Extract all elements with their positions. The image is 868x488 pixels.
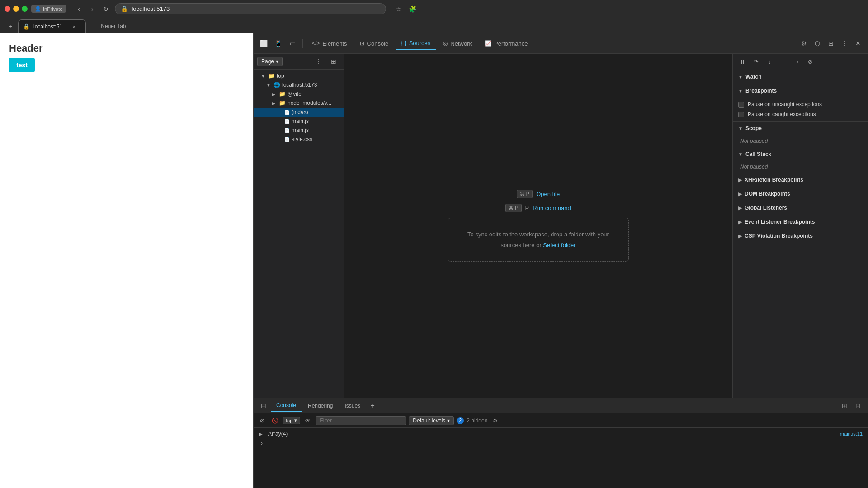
file-icon-main-js-1: 📄 bbox=[284, 119, 290, 124]
top-context-chevron: ▾ bbox=[294, 418, 297, 423]
console-file-ref[interactable]: main.js:11 bbox=[840, 431, 863, 436]
tab-close-button[interactable]: × bbox=[71, 23, 78, 30]
scope-section-header[interactable]: ▼ Scope bbox=[733, 122, 868, 135]
inprivate-badge: 👤 InPrivate bbox=[31, 5, 66, 13]
step-into-button[interactable]: ↓ bbox=[764, 56, 775, 68]
xhr-section-header[interactable]: ▶ XHR/fetch Breakpoints bbox=[733, 173, 868, 187]
console-tab-rendering[interactable]: Rendering bbox=[302, 399, 338, 412]
pause-button[interactable]: ⏸ bbox=[736, 56, 748, 68]
close-traffic-light[interactable] bbox=[5, 6, 10, 12]
test-button[interactable]: test bbox=[9, 58, 35, 72]
menu-button[interactable]: ⋯ bbox=[420, 4, 431, 14]
file-tree-vite[interactable]: 📁 @vite bbox=[254, 89, 344, 99]
file-icon-style-css: 📄 bbox=[284, 137, 290, 142]
close-devtools-button[interactable]: ✕ bbox=[852, 37, 864, 50]
tab-performance[interactable]: 📈 Performance bbox=[479, 37, 533, 50]
refresh-button[interactable]: ↻ bbox=[100, 4, 111, 14]
browser-actions: ☆ 🧩 ⋯ bbox=[393, 4, 431, 14]
console-icon: ⊡ bbox=[360, 40, 364, 47]
maximize-traffic-light[interactable] bbox=[22, 6, 28, 12]
inspect-element-button[interactable]: ⬜ bbox=[257, 37, 270, 50]
forward-button[interactable]: › bbox=[87, 4, 98, 14]
default-levels-button[interactable]: Default levels ▾ bbox=[409, 416, 454, 425]
csp-section-header[interactable]: ▶ CSP Violation Breakpoints bbox=[733, 229, 868, 243]
console-close-drawer-button[interactable]: ⊟ bbox=[257, 399, 270, 412]
call-stack-section-header[interactable]: ▼ Call Stack bbox=[733, 147, 868, 161]
sources-left-panel: Page ▾ ⋮ ⊞ 📁 top bbox=[254, 54, 344, 398]
expand-array-button[interactable]: ▶ bbox=[259, 432, 264, 436]
chevron-top bbox=[261, 74, 266, 79]
settings-button[interactable]: ⚙ bbox=[797, 37, 810, 50]
select-folder-link[interactable]: Select folder bbox=[543, 242, 576, 249]
open-file-link[interactable]: Open file bbox=[536, 191, 560, 197]
event-listener-section-header[interactable]: ▶ Event Listener Breakpoints bbox=[733, 215, 868, 229]
run-command-link[interactable]: Run command bbox=[533, 205, 571, 211]
console-content: ▶ Array(4) main.js:11 › bbox=[254, 428, 868, 488]
file-tree-localhost[interactable]: 🌐 localhost:5173 bbox=[254, 80, 344, 89]
new-tab-button[interactable]: + bbox=[5, 20, 17, 33]
device-emulation-button[interactable]: 📱 bbox=[272, 37, 284, 50]
more-options-button[interactable]: ⋮ bbox=[312, 55, 325, 68]
console-filter-input[interactable] bbox=[316, 416, 406, 425]
breakpoints-section-header[interactable]: ▼ Breakpoints bbox=[733, 84, 868, 98]
lock-icon: 🔒 bbox=[121, 5, 128, 12]
tab-elements[interactable]: </> Elements bbox=[307, 37, 353, 50]
console-panel: ⊟ Console Rendering Issues + ⊞ ⊟ ⊘ 🚫 bbox=[254, 398, 868, 488]
dock-button[interactable]: ▭ bbox=[286, 37, 299, 50]
console-tab-issues[interactable]: Issues bbox=[339, 399, 366, 412]
device-toggle-button[interactable]: ⬡ bbox=[811, 37, 824, 50]
pause-uncaught-checkbox[interactable] bbox=[738, 102, 744, 108]
console-filter-toggle[interactable]: 🚫 bbox=[270, 416, 280, 426]
dock-bottom-button[interactable]: ⊟ bbox=[825, 37, 837, 50]
tab-sources[interactable]: { } Sources bbox=[396, 37, 436, 50]
more-tools-button[interactable]: ⋮ bbox=[838, 37, 851, 50]
console-settings-button[interactable]: ⚙ bbox=[490, 416, 500, 426]
scope-not-paused: Not paused bbox=[733, 135, 868, 147]
dom-section-header[interactable]: ▶ DOM Breakpoints bbox=[733, 187, 868, 201]
performance-icon: 📈 bbox=[485, 40, 491, 47]
dom-chevron: ▶ bbox=[738, 192, 742, 197]
tab-console[interactable]: ⊡ Console bbox=[354, 37, 394, 50]
back-button[interactable]: ‹ bbox=[73, 4, 84, 14]
deactivate-breakpoints-button[interactable]: ⊘ bbox=[804, 56, 816, 68]
address-bar[interactable]: 🔒 localhost:5173 bbox=[115, 3, 386, 14]
pause-caught-option[interactable]: Pause on caught exceptions bbox=[736, 109, 864, 119]
console-prompt: › bbox=[261, 440, 263, 446]
file-tree-main-js-2[interactable]: 📄 main.js bbox=[254, 126, 344, 135]
step-over-button[interactable]: ↷ bbox=[750, 56, 762, 68]
debugger-toolbar: ⏸ ↷ ↓ ↑ → ⊘ bbox=[733, 54, 868, 70]
file-tree-index[interactable]: 📄 (index) bbox=[254, 108, 344, 117]
new-tab-item[interactable]: + + Neuer Tab bbox=[87, 19, 130, 33]
console-eye-button[interactable]: 👁 bbox=[303, 416, 313, 426]
open-file-hint: ⌘ P Open file bbox=[517, 190, 560, 198]
nav-controls: ‹ › ↻ bbox=[73, 4, 111, 14]
file-tree-main-js-1[interactable]: 📄 main.js bbox=[254, 117, 344, 126]
global-listeners-section-header[interactable]: ▶ Global Listeners bbox=[733, 201, 868, 215]
extensions-icon[interactable]: 🧩 bbox=[407, 4, 418, 14]
favorites-icon[interactable]: ☆ bbox=[393, 4, 404, 14]
console-add-tab-button[interactable]: + bbox=[367, 400, 378, 412]
pause-caught-checkbox[interactable] bbox=[738, 112, 744, 117]
minimize-traffic-light[interactable] bbox=[13, 6, 19, 12]
split-editor-button[interactable]: ⊞ bbox=[327, 55, 340, 68]
browser-chrome: 👤 InPrivate ‹ › ↻ 🔒 localhost:5173 ☆ 🧩 ⋯ bbox=[0, 0, 868, 18]
pause-uncaught-option[interactable]: Pause on uncaught exceptions bbox=[736, 99, 864, 109]
file-tree-style-css[interactable]: 📄 style.css bbox=[254, 135, 344, 144]
console-row-array[interactable]: ▶ Array(4) main.js:11 bbox=[257, 430, 864, 438]
console-dock-button[interactable]: ⊞ bbox=[838, 399, 851, 412]
scope-chevron: ▼ bbox=[738, 126, 743, 131]
step-out-button[interactable]: ↑ bbox=[777, 56, 789, 68]
tab-network[interactable]: ◎ Network bbox=[438, 37, 477, 50]
page-selector[interactable]: Page ▾ bbox=[257, 57, 283, 66]
console-tab-console[interactable]: Console bbox=[271, 399, 302, 412]
console-input-row: › bbox=[257, 438, 864, 448]
file-tree-top[interactable]: 📁 top bbox=[254, 71, 344, 80]
console-more-button[interactable]: ⊟ bbox=[852, 399, 864, 412]
call-stack-section: ▼ Call Stack Not paused bbox=[733, 147, 868, 173]
active-tab[interactable]: 🔒 localhost:51... × bbox=[18, 19, 86, 33]
clear-console-button[interactable]: ⊘ bbox=[257, 416, 267, 426]
step-button[interactable]: → bbox=[791, 56, 802, 68]
watch-section-header[interactable]: ▼ Watch bbox=[733, 70, 868, 84]
top-context-selector[interactable]: top ▾ bbox=[283, 417, 300, 424]
file-tree-node-modules[interactable]: 📁 node_modules/v... bbox=[254, 99, 344, 108]
